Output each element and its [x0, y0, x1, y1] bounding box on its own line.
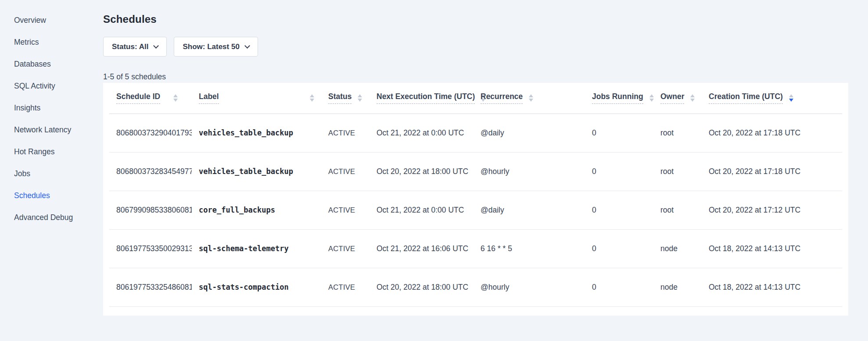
cell-status: ACTIVE	[321, 114, 369, 152]
sidebar-nav: OverviewMetricsDatabasesSQL ActivityInsi…	[0, 0, 103, 341]
sidebar-item-jobs[interactable]: Jobs	[14, 169, 103, 178]
column-label: Status	[328, 92, 352, 104]
cell-owner: node	[653, 268, 702, 306]
sidebar-item-databases[interactable]: Databases	[14, 60, 103, 68]
sidebar-item-schedules[interactable]: Schedules	[14, 191, 103, 200]
table-row[interactable]: 806799098533806081core_full_backupsACTIV…	[109, 191, 842, 229]
table-row[interactable]: 806197753350029313sql-schema-telemetryAC…	[109, 229, 842, 268]
sort-caret-icon	[789, 94, 793, 102]
column-header-schedule-id[interactable]: Schedule ID	[109, 83, 192, 114]
table-row[interactable]: 806800373283454977vehicles_table_backupA…	[109, 152, 842, 191]
chevron-down-icon	[244, 43, 250, 49]
cell-label: vehicles_table_backup	[192, 152, 321, 191]
cell-jobs-running: 0	[585, 152, 653, 191]
cell-status: ACTIVE	[321, 191, 369, 229]
results-count: 1-5 of 5 schedules	[103, 72, 848, 81]
cell-schedule-id: 806800373290401793	[109, 114, 192, 152]
column-header-next-execution-time-utc[interactable]: Next Execution Time (UTC)	[369, 83, 473, 114]
cell-status: ACTIVE	[321, 152, 369, 191]
cell-label: sql-schema-telemetry	[192, 229, 321, 268]
cell-schedule-id: 806799098533806081	[109, 191, 192, 229]
table-row[interactable]: 806197753325486081sql-stats-compactionAC…	[109, 268, 842, 306]
chevron-down-icon	[154, 43, 159, 49]
cell-schedule-id: 806197753350029313	[109, 229, 192, 268]
column-header-jobs-running[interactable]: Jobs Running	[585, 83, 653, 114]
main-content: Schedules Status: All Show: Latest 50 1-…	[103, 0, 848, 316]
status-filter-dropdown[interactable]: Status: All	[103, 37, 167, 57]
column-header-status[interactable]: Status	[321, 83, 369, 114]
column-label: Label	[199, 92, 219, 104]
cell-recurrence: @hourly	[473, 152, 585, 191]
cell-label: core_full_backups	[192, 191, 321, 229]
cell-creation-time: Oct 18, 2022 at 14:13 UTC	[702, 268, 842, 306]
column-label: Recurrence	[481, 92, 523, 104]
column-label: Creation Time (UTC)	[709, 92, 783, 104]
column-label: Owner	[660, 92, 684, 104]
sort-caret-icon	[310, 94, 314, 102]
cell-label: vehicles_table_backup	[192, 114, 321, 152]
schedules-table: Schedule IDLabelStatusNext Execution Tim…	[109, 83, 842, 307]
column-label: Schedule ID	[116, 92, 160, 104]
sort-caret-icon	[690, 94, 695, 102]
column-header-creation-time-utc[interactable]: Creation Time (UTC)	[702, 83, 842, 114]
cell-jobs-running: 0	[585, 268, 653, 306]
table-header-row: Schedule IDLabelStatusNext Execution Tim…	[109, 83, 842, 114]
sidebar-item-overview[interactable]: Overview	[14, 16, 103, 25]
show-filter-label: Show: Latest 50	[183, 43, 239, 51]
schedules-table-card: Schedule IDLabelStatusNext Execution Tim…	[103, 83, 848, 316]
column-label: Next Execution Time (UTC)	[377, 92, 475, 104]
cell-schedule-id: 806800373283454977	[109, 152, 192, 191]
sort-caret-icon	[529, 94, 533, 102]
column-header-owner[interactable]: Owner	[653, 83, 702, 114]
cell-next-execution: Oct 21, 2022 at 0:00 UTC	[369, 191, 473, 229]
cell-owner: root	[653, 152, 702, 191]
column-header-recurrence[interactable]: Recurrence	[473, 83, 585, 114]
cell-recurrence: @daily	[473, 191, 585, 229]
cell-owner: root	[653, 114, 702, 152]
cell-recurrence: 6 16 * * 5	[473, 229, 585, 268]
show-filter-dropdown[interactable]: Show: Latest 50	[174, 37, 258, 57]
cell-status: ACTIVE	[321, 229, 369, 268]
cell-creation-time: Oct 20, 2022 at 17:12 UTC	[702, 191, 842, 229]
status-filter-label: Status: All	[112, 43, 148, 51]
sidebar-item-hot-ranges[interactable]: Hot Ranges	[14, 147, 103, 156]
cell-owner: root	[653, 191, 702, 229]
cell-next-execution: Oct 20, 2022 at 18:00 UTC	[369, 268, 473, 306]
cell-next-execution: Oct 20, 2022 at 18:00 UTC	[369, 152, 473, 191]
sidebar-item-insights[interactable]: Insights	[14, 103, 103, 112]
sidebar-item-network-latency[interactable]: Network Latency	[14, 125, 103, 134]
cell-status: ACTIVE	[321, 268, 369, 306]
sort-caret-icon	[173, 94, 178, 102]
table-row[interactable]: 806800373290401793vehicles_table_backupA…	[109, 114, 842, 152]
page-title: Schedules	[103, 13, 848, 25]
sort-caret-icon	[649, 94, 654, 102]
sidebar-item-advanced-debug[interactable]: Advanced Debug	[14, 213, 103, 222]
cell-schedule-id: 806197753325486081	[109, 268, 192, 306]
cell-recurrence: @daily	[473, 114, 585, 152]
cell-recurrence: @hourly	[473, 268, 585, 306]
column-label: Jobs Running	[592, 92, 643, 104]
cell-creation-time: Oct 20, 2022 at 17:18 UTC	[702, 114, 842, 152]
sort-caret-icon	[358, 94, 362, 102]
cell-owner: node	[653, 229, 702, 268]
table-body: 806800373290401793vehicles_table_backupA…	[109, 114, 842, 306]
cell-next-execution: Oct 21, 2022 at 16:06 UTC	[369, 229, 473, 268]
cell-creation-time: Oct 20, 2022 at 17:18 UTC	[702, 152, 842, 191]
sidebar-item-metrics[interactable]: Metrics	[14, 38, 103, 46]
cell-jobs-running: 0	[585, 229, 653, 268]
filter-bar: Status: All Show: Latest 50	[103, 37, 848, 57]
cell-creation-time: Oct 18, 2022 at 14:13 UTC	[702, 229, 842, 268]
cell-next-execution: Oct 21, 2022 at 0:00 UTC	[369, 114, 473, 152]
cell-jobs-running: 0	[585, 114, 653, 152]
sidebar-item-sql-activity[interactable]: SQL Activity	[14, 82, 103, 90]
cell-jobs-running: 0	[585, 191, 653, 229]
cell-label: sql-stats-compaction	[192, 268, 321, 306]
column-header-label[interactable]: Label	[192, 83, 321, 114]
